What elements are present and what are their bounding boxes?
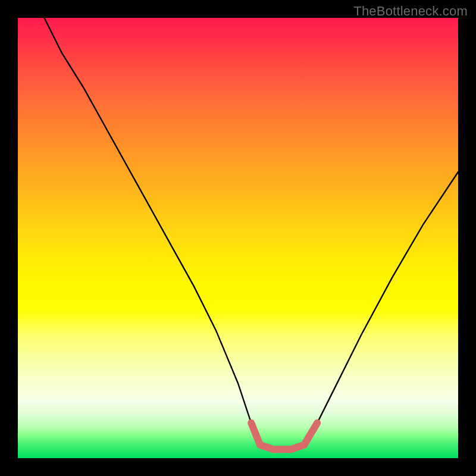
watermark-text: TheBottleneck.com <box>353 4 468 19</box>
curve-layer <box>18 18 458 458</box>
gradient-plot-area <box>18 18 458 458</box>
bottleneck-curve <box>44 18 458 449</box>
optimal-region-highlight <box>251 423 317 449</box>
